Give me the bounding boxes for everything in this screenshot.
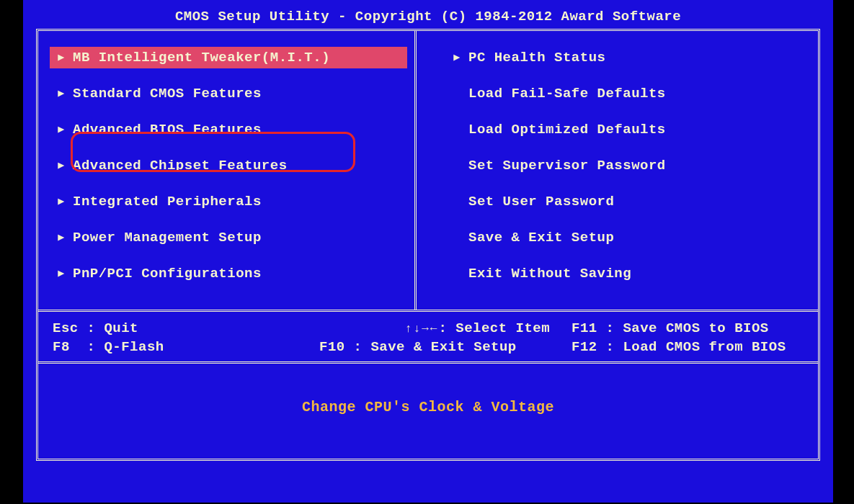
footer-key-hints: Esc : Quit ↑↓→←: Select Item F11 : Save … — [38, 312, 818, 364]
submenu-arrow-icon: ▶ — [450, 53, 464, 63]
menu-item-set-supervisor-pw[interactable]: ▶ Set Supervisor Password — [445, 155, 811, 176]
footer-key-row: F8 : Q-Flash F10 : Save & Exit Setup F12… — [53, 338, 804, 356]
menu-item-pc-health[interactable]: ▶ PC Health Status — [445, 47, 811, 68]
menu-area: ▶ MB Intelligent Tweaker(M.I.T.) ▶ Stand… — [38, 31, 818, 312]
submenu-arrow-icon: ▶ — [54, 89, 68, 99]
menu-item-label: Power Management Setup — [73, 230, 262, 246]
menu-item-label: MB Intelligent Tweaker(M.I.T.) — [73, 50, 330, 66]
menu-item-label: Save & Exit Setup — [468, 230, 614, 246]
menu-item-save-exit[interactable]: ▶ Save & Exit Setup — [445, 227, 811, 248]
menu-item-integrated-peripherals[interactable]: ▶ Integrated Peripherals — [50, 191, 407, 212]
menu-item-mit[interactable]: ▶ MB Intelligent Tweaker(M.I.T.) — [50, 47, 407, 68]
submenu-arrow-icon: ▶ — [54, 53, 68, 63]
main-box: ▶ MB Intelligent Tweaker(M.I.T.) ▶ Stand… — [36, 29, 820, 461]
menu-item-pnp-pci[interactable]: ▶ PnP/PCI Configurations — [50, 263, 407, 284]
menu-item-power-management[interactable]: ▶ Power Management Setup — [50, 227, 407, 248]
menu-item-set-user-pw[interactable]: ▶ Set User Password — [445, 191, 811, 212]
menu-item-load-optimized[interactable]: ▶ Load Optimized Defaults — [445, 119, 811, 140]
menu-right-column: ▶ PC Health Status ▶ Load Fail-Safe Defa… — [417, 31, 818, 310]
hint-f11-save-cmos: F11 : Save CMOS to BIOS — [571, 320, 769, 336]
submenu-arrow-icon: ▶ — [54, 125, 68, 135]
menu-item-advanced-chipset[interactable]: ▶ Advanced Chipset Features — [50, 155, 407, 176]
menu-item-label: PC Health Status — [468, 50, 605, 66]
menu-item-label: Integrated Peripherals — [73, 194, 262, 210]
hint-esc-quit: Esc : Quit — [53, 320, 319, 336]
hint-f10-save-exit: F10 : Save & Exit Setup — [319, 339, 571, 355]
menu-item-label: Standard CMOS Features — [73, 86, 262, 102]
menu-item-label: PnP/PCI Configurations — [73, 266, 262, 282]
submenu-arrow-icon: ▶ — [54, 161, 68, 171]
menu-item-label: Set User Password — [468, 194, 614, 210]
menu-item-standard-cmos[interactable]: ▶ Standard CMOS Features — [50, 83, 407, 104]
submenu-arrow-icon: ▶ — [54, 233, 68, 243]
hint-f8-qflash: F8 : Q-Flash — [53, 339, 319, 355]
menu-left-column: ▶ MB Intelligent Tweaker(M.I.T.) ▶ Stand… — [38, 31, 417, 310]
page-title: CMOS Setup Utility - Copyright (C) 1984-… — [23, 0, 833, 29]
menu-item-label: Set Supervisor Password — [468, 158, 666, 174]
menu-item-advanced-bios[interactable]: ▶ Advanced BIOS Features — [50, 119, 407, 140]
submenu-arrow-icon: ▶ — [54, 269, 68, 279]
menu-item-label: Load Optimized Defaults — [468, 122, 666, 138]
hint-arrow-label: : Select Item — [438, 320, 550, 336]
footer-key-row: Esc : Quit ↑↓→←: Select Item F11 : Save … — [53, 319, 804, 338]
menu-item-label: Advanced BIOS Features — [73, 122, 262, 138]
menu-item-load-failsafe[interactable]: ▶ Load Fail-Safe Defaults — [445, 83, 811, 104]
menu-item-label: Load Fail-Safe Defaults — [468, 86, 666, 102]
hint-f12-load-cmos: F12 : Load CMOS from BIOS — [571, 339, 786, 355]
bios-setup-screen: CMOS Setup Utility - Copyright (C) 1984-… — [23, 0, 833, 503]
context-help-text: Change CPU's Clock & Voltage — [38, 364, 818, 450]
menu-item-label: Exit Without Saving — [468, 266, 631, 282]
submenu-arrow-icon: ▶ — [54, 197, 68, 207]
arrow-keys-icon: ↑↓→← — [405, 323, 438, 336]
menu-item-label: Advanced Chipset Features — [73, 158, 288, 174]
menu-item-exit-without-saving[interactable]: ▶ Exit Without Saving — [445, 263, 811, 284]
